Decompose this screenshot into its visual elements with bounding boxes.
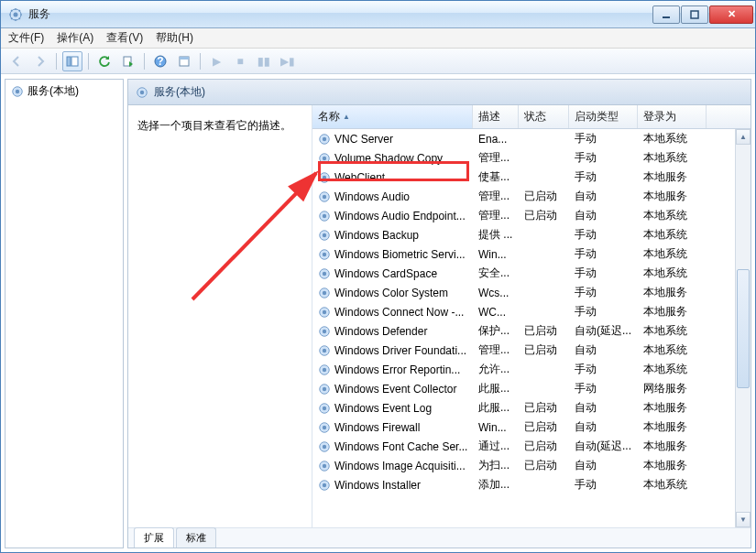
pause-service-button[interactable]: ▮▮ bbox=[254, 51, 274, 71]
svg-point-40 bbox=[323, 367, 326, 371]
services-icon bbox=[8, 7, 23, 22]
cell-start: 手动 bbox=[569, 150, 638, 166]
back-button[interactable] bbox=[6, 51, 27, 71]
stop-service-button[interactable]: ■ bbox=[230, 51, 250, 71]
tree-root[interactable]: 服务(本地) bbox=[5, 80, 123, 103]
cell-desc: 添加... bbox=[473, 477, 519, 493]
cell-logon: 本地系统 bbox=[638, 227, 707, 243]
gear-icon bbox=[318, 133, 331, 146]
titlebar[interactable]: 服务 ✕ bbox=[1, 1, 755, 28]
gear-icon bbox=[318, 421, 331, 434]
svg-point-14 bbox=[140, 90, 144, 93]
gear-icon bbox=[318, 171, 331, 184]
service-list-pane: 名称▲ 描述 状态 启动类型 登录为 VNC ServerEna...手动本地系… bbox=[312, 105, 751, 527]
svg-point-38 bbox=[323, 348, 326, 352]
cell-start: 自动 bbox=[569, 400, 638, 416]
toolbar-separator bbox=[88, 53, 89, 70]
cell-name: Windows Connect Now -... bbox=[312, 306, 473, 319]
cell-name: Windows Color System bbox=[312, 287, 473, 299]
cell-name: Volume Shadow Copy bbox=[312, 152, 473, 165]
cell-desc: Win... bbox=[473, 421, 519, 434]
service-row[interactable]: Windows Audio Endpoint...管理...已启动自动本地系统 bbox=[312, 206, 735, 225]
service-row[interactable]: Windows Backup提供 ...手动本地系统 bbox=[312, 225, 735, 244]
menu-help[interactable]: 帮助(H) bbox=[156, 30, 193, 46]
cell-start: 手动 bbox=[569, 246, 638, 262]
help-button[interactable]: ? bbox=[150, 51, 170, 71]
column-name[interactable]: 名称▲ bbox=[312, 105, 473, 128]
svg-point-24 bbox=[323, 213, 326, 217]
service-row[interactable]: Windows Image Acquisiti...为扫...已启动自动本地服务 bbox=[312, 456, 735, 475]
menu-file[interactable]: 文件(F) bbox=[8, 30, 44, 46]
close-button[interactable]: ✕ bbox=[709, 5, 753, 24]
cell-logon: 本地系统 bbox=[638, 131, 707, 146]
service-row[interactable]: Windows Error Reportin...允许...手动本地系统 bbox=[312, 360, 735, 379]
detail-header-title: 服务(本地) bbox=[154, 84, 205, 100]
start-service-button[interactable]: ▶ bbox=[206, 51, 226, 71]
cell-logon: 本地系统 bbox=[638, 362, 707, 377]
service-row[interactable]: Windows Connect Now -...WC...手动本地服务 bbox=[312, 302, 735, 321]
cell-logon: 本地服务 bbox=[638, 304, 707, 320]
view-tabs: 扩展 标准 bbox=[128, 527, 751, 548]
gear-icon bbox=[318, 190, 331, 203]
cell-name: Windows Error Reportin... bbox=[312, 363, 473, 376]
gear-icon bbox=[318, 479, 331, 492]
cell-name: Windows Event Log bbox=[312, 402, 473, 415]
service-row[interactable]: Windows Defender保护...已启动自动(延迟...本地系统 bbox=[312, 321, 735, 341]
service-row[interactable]: Windows Event Collector此服...手动网络服务 bbox=[312, 379, 735, 398]
forward-button[interactable] bbox=[30, 51, 50, 71]
service-row[interactable]: VNC ServerEna...手动本地系统 bbox=[312, 129, 735, 148]
cell-status: 已启动 bbox=[519, 439, 569, 454]
cell-name: Windows Event Collector bbox=[312, 383, 473, 396]
minimize-button[interactable] bbox=[652, 5, 680, 24]
scroll-track[interactable] bbox=[736, 145, 751, 268]
cell-name: WebClient bbox=[312, 171, 473, 184]
detail-pane: 服务(本地) 选择一个项目来查看它的描述。 名称▲ 描述 状态 启动类型 登录为 bbox=[127, 79, 751, 548]
svg-point-22 bbox=[323, 194, 326, 198]
menu-action[interactable]: 操作(A) bbox=[57, 30, 93, 46]
column-desc[interactable]: 描述 bbox=[473, 105, 519, 128]
cell-start: 自动 bbox=[569, 458, 638, 473]
cell-status: 已启动 bbox=[519, 208, 569, 223]
refresh-button[interactable] bbox=[94, 51, 115, 71]
vertical-scrollbar[interactable]: ▲ ▼ bbox=[735, 129, 751, 527]
service-row[interactable]: Windows Installer添加...手动本地系统 bbox=[312, 475, 735, 494]
tree-root-label: 服务(本地) bbox=[27, 83, 79, 99]
cell-desc: Win... bbox=[473, 248, 519, 261]
service-row[interactable]: Windows FirewallWin...已启动自动本地服务 bbox=[312, 417, 735, 437]
maximize-button[interactable] bbox=[681, 5, 708, 24]
properties-button[interactable] bbox=[174, 51, 194, 71]
scroll-thumb[interactable] bbox=[737, 269, 750, 388]
show-hide-tree-button[interactable] bbox=[62, 51, 82, 71]
sort-asc-icon: ▲ bbox=[343, 113, 350, 121]
cell-logon: 本地系统 bbox=[638, 477, 707, 493]
column-status[interactable]: 状态 bbox=[519, 105, 569, 128]
tab-extended[interactable]: 扩展 bbox=[134, 527, 174, 548]
cell-desc: 管理... bbox=[473, 208, 519, 223]
service-row[interactable]: Volume Shadow Copy管理...手动本地系统 bbox=[312, 148, 735, 168]
service-rows[interactable]: VNC ServerEna...手动本地系统Volume Shadow Copy… bbox=[312, 129, 735, 527]
cell-desc: Ena... bbox=[473, 133, 519, 146]
service-row[interactable]: Windows Font Cache Ser...通过...已启动自动(延迟..… bbox=[312, 437, 735, 456]
cell-start: 手动 bbox=[569, 477, 638, 493]
tree-pane[interactable]: 服务(本地) bbox=[5, 79, 124, 548]
service-row[interactable]: WebClient使基...手动本地服务 bbox=[312, 168, 735, 187]
scroll-down-button[interactable]: ▼ bbox=[736, 512, 751, 527]
scroll-track[interactable] bbox=[736, 389, 751, 513]
export-list-button[interactable] bbox=[118, 51, 138, 71]
menu-view[interactable]: 查看(V) bbox=[106, 30, 143, 46]
service-row[interactable]: Windows Driver Foundati...管理...已启动自动本地系统 bbox=[312, 341, 735, 360]
column-start[interactable]: 启动类型 bbox=[569, 105, 638, 128]
cell-start: 自动(延迟... bbox=[569, 439, 638, 454]
service-row[interactable]: Windows Biometric Servi...Win...手动本地系统 bbox=[312, 244, 735, 264]
restart-service-button[interactable]: ▶▮ bbox=[278, 51, 298, 71]
service-row[interactable]: Windows CardSpace安全...手动本地系统 bbox=[312, 264, 735, 283]
scroll-up-button[interactable]: ▲ bbox=[736, 129, 751, 145]
service-row[interactable]: Windows Audio管理...已启动自动本地服务 bbox=[312, 187, 735, 206]
service-row[interactable]: Windows Color SystemWcs...手动本地服务 bbox=[312, 283, 735, 302]
cell-name: VNC Server bbox=[312, 133, 473, 146]
services-icon bbox=[11, 85, 24, 98]
tab-standard[interactable]: 标准 bbox=[176, 527, 216, 548]
column-logon[interactable]: 登录为 bbox=[638, 105, 707, 128]
cell-start: 手动 bbox=[569, 285, 638, 300]
service-row[interactable]: Windows Event Log此服...已启动自动本地服务 bbox=[312, 398, 735, 417]
